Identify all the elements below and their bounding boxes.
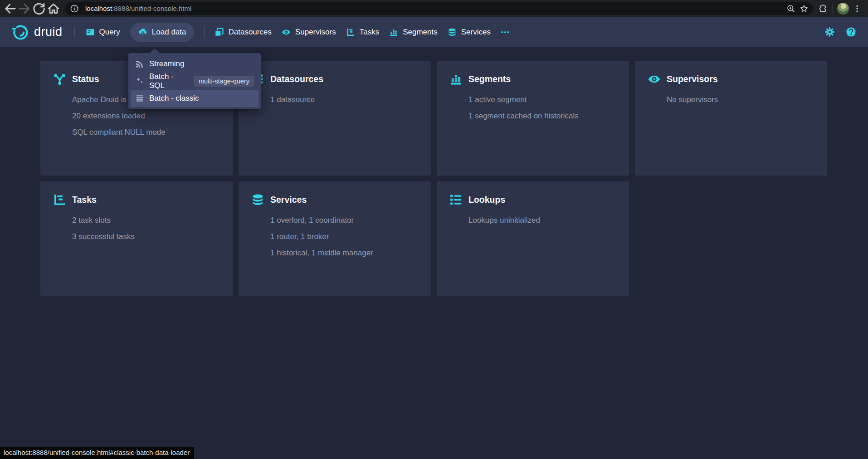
menu-item-badge: multi-stage-query xyxy=(194,76,254,87)
load-data-menu: StreamingBatch - SQLmulti-stage-queryBat… xyxy=(128,53,261,109)
browser-menu-icon[interactable] xyxy=(853,4,862,13)
card-detail-line: 3 successful tasks xyxy=(72,229,220,245)
card-supervisors[interactable]: SupervisorsNo supervisors xyxy=(635,61,827,176)
gantt-icon xyxy=(346,28,355,37)
menu-lines-icon xyxy=(135,94,144,103)
nav-item-label: Datasources xyxy=(228,28,271,37)
nav-item-label: Services xyxy=(461,28,491,37)
menu-item-label: Streaming xyxy=(149,59,184,68)
stacked-squares-icon xyxy=(215,28,224,37)
card-title: Segments xyxy=(468,74,511,84)
url-host: localhost xyxy=(85,5,112,12)
fork-icon xyxy=(53,73,66,86)
card-header: Lookups xyxy=(449,193,616,206)
card-details: 2 task slots3 successful tasks xyxy=(72,212,220,245)
popover-caret xyxy=(150,49,160,53)
nav-item-supervisors[interactable]: Supervisors xyxy=(282,28,336,37)
card-detail-line: 1 active segment xyxy=(468,92,616,108)
card-details: 1 overlord, 1 coordinator1 router, 1 bro… xyxy=(270,212,418,261)
stacked-chart-icon xyxy=(449,73,463,86)
screen: localhost:8888/unified-console.html drui… xyxy=(0,0,868,459)
druid-navbar: druid QueryLoad dataDatasourcesSuperviso… xyxy=(0,17,868,47)
card-detail-line: 1 segment cached on historicals xyxy=(468,108,616,124)
card-detail-line: 1 overlord, 1 coordinator xyxy=(270,212,418,229)
menu-item-batch-sql[interactable]: Batch - SQLmulti-stage-query xyxy=(131,73,258,90)
menu-item-label: Batch - SQL xyxy=(149,72,183,90)
extensions-puzzle-icon[interactable] xyxy=(819,4,828,13)
reload-icon[interactable] xyxy=(32,1,46,16)
status-tooltip: localhost:8888/unified-console.html#clas… xyxy=(0,447,194,459)
card-details: No supervisors xyxy=(667,92,814,108)
card-segments[interactable]: Segments1 active segment1 segment cached… xyxy=(437,61,629,176)
nav-item-query[interactable]: Query xyxy=(86,28,120,37)
nav-item-label: Supervisors xyxy=(295,28,336,37)
druid-logo[interactable]: druid xyxy=(11,23,63,41)
card-header: Tasks xyxy=(53,193,220,206)
card-details: 1 active segment1 segment cached on hist… xyxy=(468,92,616,124)
menu-item-streaming[interactable]: Streaming xyxy=(131,55,258,73)
card-details: Lookups uninitialized xyxy=(468,212,616,229)
nav-divider xyxy=(74,26,75,38)
eye-icon xyxy=(648,73,661,86)
toolbar-separator xyxy=(833,4,833,13)
nav-item-tasks[interactable]: Tasks xyxy=(346,28,379,37)
card-title: Status xyxy=(72,74,99,84)
bookmark-star-icon[interactable] xyxy=(800,4,809,13)
nav-divider xyxy=(204,26,205,38)
database-icon xyxy=(448,28,457,37)
nav-item-segments[interactable]: Segments xyxy=(389,28,438,37)
site-info-icon[interactable] xyxy=(70,4,79,13)
card-detail-line: 2 task slots xyxy=(72,212,220,229)
more-icon xyxy=(501,28,510,37)
card-details: 1 datasource xyxy=(270,92,418,108)
nav-item-label: Query xyxy=(99,28,120,37)
card-title: Datasources xyxy=(270,74,323,84)
card-services[interactable]: Services1 overlord, 1 coordinator1 route… xyxy=(239,181,431,296)
card-tasks[interactable]: Tasks2 task slots3 successful tasks xyxy=(40,181,233,296)
cloud-upload-icon xyxy=(138,28,147,37)
nav-item-services[interactable]: Services xyxy=(448,28,491,37)
url-text: localhost:8888/unified-console.html xyxy=(83,5,782,12)
nav-item-label: Tasks xyxy=(360,28,379,37)
stacked-chart-icon xyxy=(389,28,398,37)
nav-item-label: Segments xyxy=(403,28,438,37)
card-detail-line: SQL compliant NULL mode xyxy=(72,124,220,141)
menu-item-batch-classic[interactable]: Batch - classic xyxy=(131,90,258,107)
profile-avatar[interactable] xyxy=(837,3,849,15)
nav-item-datasources[interactable]: Datasources xyxy=(215,28,271,37)
card-header: Segments xyxy=(449,73,616,86)
menu-item-label: Batch - classic xyxy=(149,94,199,103)
card-header: Supervisors xyxy=(648,73,814,86)
card-detail-line: 1 historical, 1 middle manager xyxy=(270,245,418,261)
card-lookups[interactable]: LookupsLookups uninitialized xyxy=(437,181,629,296)
card-title: Supervisors xyxy=(667,74,718,84)
nav-item-more[interactable] xyxy=(501,28,510,37)
card-detail-line: 1 router, 1 broker xyxy=(270,229,418,245)
console-icon xyxy=(86,28,95,37)
card-datasources[interactable]: Datasources1 datasource xyxy=(239,61,431,176)
brand-name: druid xyxy=(34,25,63,39)
forward-icon[interactable] xyxy=(17,1,32,16)
card-header: Services xyxy=(251,193,418,206)
sparkles-icon xyxy=(135,77,144,86)
card-detail-line: 1 datasource xyxy=(270,92,418,108)
settings-gear-icon[interactable] xyxy=(824,27,835,37)
back-icon[interactable] xyxy=(3,1,17,16)
zoom-indicator-icon[interactable] xyxy=(786,4,795,13)
card-title: Lookups xyxy=(468,195,505,205)
nav-item-label: Load data xyxy=(152,28,186,37)
druid-logo-icon xyxy=(11,23,29,41)
card-detail-line: No supervisors xyxy=(667,92,814,108)
database-icon xyxy=(251,193,264,206)
home-icon[interactable] xyxy=(46,1,61,16)
url-bar[interactable]: localhost:8888/unified-console.html xyxy=(64,2,813,15)
help-icon[interactable] xyxy=(846,27,856,37)
eye-icon xyxy=(282,28,291,37)
card-detail-line: Lookups uninitialized xyxy=(468,212,616,229)
property-list-icon xyxy=(449,193,463,206)
nav-item-load-data[interactable]: Load data xyxy=(130,23,195,42)
gantt-icon xyxy=(53,193,66,206)
card-title: Services xyxy=(270,195,307,205)
browser-toolbar: localhost:8888/unified-console.html xyxy=(0,0,868,17)
feed-icon xyxy=(135,59,144,68)
